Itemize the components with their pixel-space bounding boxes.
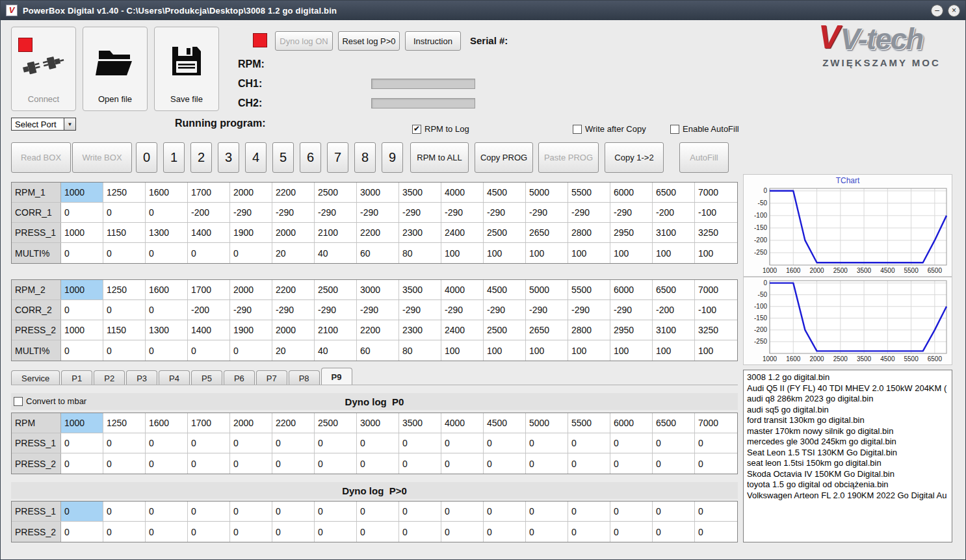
grid-cell[interactable]: -290: [230, 203, 272, 222]
grid-cell[interactable]: 0: [103, 433, 146, 453]
grid-cell[interactable]: 1400: [188, 223, 230, 242]
grid-cell[interactable]: 0: [146, 453, 188, 474]
grid-cell[interactable]: 100: [610, 340, 653, 361]
tab-p3[interactable]: P3: [126, 370, 157, 385]
grid-cell[interactable]: -100: [695, 300, 737, 320]
grid-cell[interactable]: 0: [103, 300, 146, 320]
grid-cell[interactable]: 2500: [484, 223, 526, 242]
tab-p8[interactable]: P8: [289, 370, 320, 385]
grid-cell[interactable]: 0: [484, 522, 526, 542]
grid-cell[interactable]: 5000: [526, 280, 568, 299]
grid-cell[interactable]: 2300: [399, 320, 441, 340]
grid-cell[interactable]: 2500: [315, 183, 357, 202]
grid-cell[interactable]: 0: [103, 453, 146, 474]
program-button-2[interactable]: 2: [190, 142, 212, 173]
grid-cell[interactable]: 1000: [61, 280, 103, 299]
grid-cell[interactable]: 6000: [610, 413, 653, 433]
grid-cell[interactable]: -290: [315, 203, 357, 222]
minimize-button[interactable]: –: [931, 5, 943, 17]
grid-cell[interactable]: 0: [695, 453, 737, 474]
grid-cell[interactable]: 6000: [610, 183, 653, 202]
grid-cell[interactable]: 100: [441, 340, 484, 361]
grid-cell[interactable]: 0: [230, 340, 272, 361]
grid-cell[interactable]: 0: [695, 433, 737, 453]
paste-prog-button[interactable]: Paste PROG: [538, 142, 599, 173]
program-button-3[interactable]: 3: [218, 142, 239, 173]
grid-cell[interactable]: 0: [188, 453, 230, 474]
grid-cell[interactable]: -290: [568, 300, 610, 320]
write-box-button[interactable]: Write BOX: [72, 142, 132, 173]
file-list-item[interactable]: Volkswagen Arteon FL 2.0 190KM 2022 Go D…: [747, 490, 948, 502]
grid-cell[interactable]: 3000: [357, 413, 399, 433]
grid-cell[interactable]: 6500: [653, 280, 695, 299]
program-button-4[interactable]: 4: [245, 142, 267, 173]
file-list-item[interactable]: toyota 1.5 go digital od obciążenia.bin: [747, 479, 948, 490]
open-file-button[interactable]: Open file: [83, 27, 148, 111]
program-button-7[interactable]: 7: [327, 142, 348, 173]
grid-cell[interactable]: 1600: [146, 280, 188, 299]
grid-cell[interactable]: 1700: [188, 183, 230, 202]
tab-p6[interactable]: P6: [224, 370, 255, 385]
grid-cell[interactable]: 0: [61, 340, 103, 361]
grid-cell[interactable]: 0: [610, 502, 653, 521]
grid-cell[interactable]: 1600: [146, 413, 188, 433]
grid-cell[interactable]: 2100: [315, 223, 357, 242]
grid-cell[interactable]: 0: [357, 433, 399, 453]
grid-cell[interactable]: 0: [272, 522, 315, 542]
grid-cell[interactable]: 60: [357, 340, 399, 361]
grid-cell[interactable]: 100: [695, 340, 737, 361]
grid-cell[interactable]: 0: [146, 340, 188, 361]
grid-cell[interactable]: 1600: [146, 183, 188, 202]
reset-log-button[interactable]: Reset log P>0: [338, 31, 400, 51]
grid-cell[interactable]: 1700: [188, 413, 230, 433]
grid-cell[interactable]: 2950: [610, 223, 653, 242]
grid-cell[interactable]: 2500: [315, 413, 357, 433]
grid-cell[interactable]: 0: [484, 433, 526, 453]
grid-cell[interactable]: 0: [61, 502, 103, 521]
grid-cell[interactable]: 7000: [695, 413, 737, 433]
grid-cell[interactable]: 0: [146, 433, 188, 453]
tab-service[interactable]: Service: [11, 370, 60, 385]
grid-cell[interactable]: 2200: [272, 280, 315, 299]
grid-cell[interactable]: 0: [230, 433, 272, 453]
grid-cell[interactable]: 0: [526, 433, 568, 453]
grid-cell[interactable]: 5500: [568, 280, 610, 299]
grid-cell[interactable]: 0: [568, 522, 610, 542]
grid-cell[interactable]: 0: [103, 502, 146, 521]
grid-cell[interactable]: 6500: [653, 413, 695, 433]
grid-cell[interactable]: 1300: [146, 320, 188, 340]
grid-cell[interactable]: 2100: [315, 320, 357, 340]
grid-cell[interactable]: 3250: [695, 320, 737, 340]
grid-cell[interactable]: 100: [441, 243, 484, 263]
grid-cell[interactable]: 100: [484, 243, 526, 263]
grid-cell[interactable]: 0: [103, 522, 146, 542]
grid-cell[interactable]: 1400: [188, 320, 230, 340]
grid-cell[interactable]: -290: [315, 300, 357, 320]
grid-cell[interactable]: 0: [568, 433, 610, 453]
grid-cell[interactable]: 1250: [103, 183, 146, 202]
tab-p7[interactable]: P7: [256, 370, 287, 385]
rpm-to-log-checkbox[interactable]: RPM to Log: [412, 124, 469, 134]
grid-cell[interactable]: 7000: [695, 183, 737, 202]
grid-cell[interactable]: 100: [484, 340, 526, 361]
grid-cell[interactable]: 1300: [146, 223, 188, 242]
grid-cell[interactable]: 0: [103, 203, 146, 222]
grid-cell[interactable]: -100: [695, 203, 737, 222]
grid-cell[interactable]: 1150: [103, 223, 146, 242]
grid-cell[interactable]: 0: [610, 453, 653, 474]
grid-cell[interactable]: 2300: [399, 223, 441, 242]
close-button[interactable]: ×: [948, 5, 960, 17]
grid-cell[interactable]: 0: [484, 453, 526, 474]
grid-cell[interactable]: 2950: [610, 320, 653, 340]
program-button-0[interactable]: 0: [136, 142, 157, 173]
grid-cell[interactable]: 100: [568, 243, 610, 263]
grid-cell[interactable]: 0: [526, 453, 568, 474]
program-button-9[interactable]: 9: [382, 142, 403, 173]
autofill-button[interactable]: AutoFill: [679, 142, 729, 173]
grid-cell[interactable]: 80: [399, 243, 441, 263]
grid-cell[interactable]: 0: [188, 433, 230, 453]
grid-cell[interactable]: 100: [526, 243, 568, 263]
grid-cell[interactable]: 0: [230, 243, 272, 263]
grid-cell[interactable]: 3100: [653, 223, 695, 242]
grid-cell[interactable]: 0: [315, 453, 357, 474]
